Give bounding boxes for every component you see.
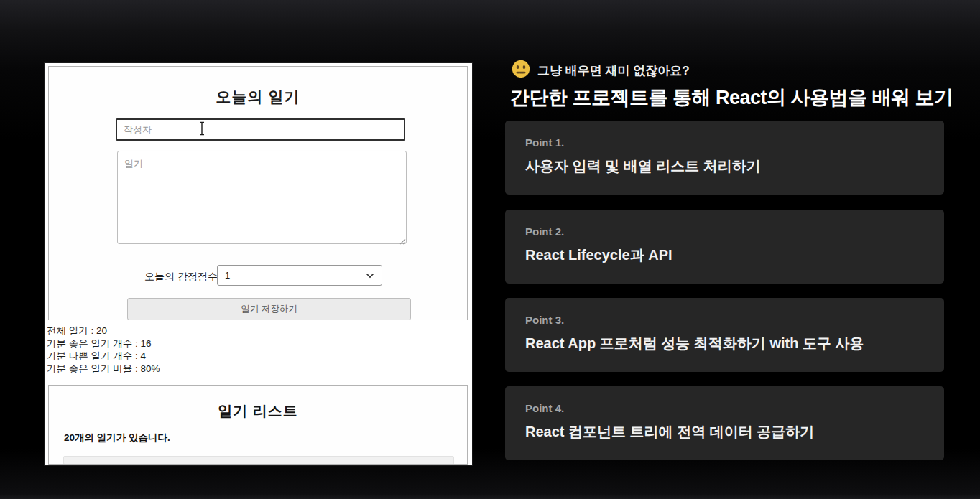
- diary-editor-section: 오늘의 일기 오늘의 감정점수 : 1 일기 저장하기: [48, 66, 468, 320]
- save-diary-button[interactable]: 일기 저장하기: [127, 298, 411, 320]
- emotion-score-label: 오늘의 감정점수 :: [144, 271, 223, 284]
- point-text: React Lifecycle과 API: [525, 246, 672, 265]
- stat-total: 전체 일기 : 20: [47, 325, 160, 337]
- point-label: Point 1.: [525, 136, 564, 149]
- stat-bad-count: 기분 나쁜 일기 개수 : 4: [47, 350, 160, 363]
- point-card-3: Point 3. React App 프로처럼 성능 최적화하기 with 도구…: [505, 298, 944, 372]
- emotion-select[interactable]: 1: [217, 265, 382, 286]
- point-card-2: Point 2. React Lifecycle과 API: [505, 210, 944, 284]
- point-label: Point 3.: [525, 314, 564, 326]
- diary-count-text: 20개의 일기가 있습니다.: [64, 432, 170, 444]
- point-text: 사용자 입력 및 배열 리스트 처리하기: [525, 157, 761, 176]
- stat-good-ratio: 기분 좋은 일기 비율 : 80%: [47, 363, 160, 376]
- author-input[interactable]: [116, 118, 405, 141]
- point-text: React 컴포넌트 트리에 전역 데이터 공급하기: [525, 422, 814, 442]
- diary-list-item-partial: [63, 456, 454, 465]
- emotion-select-value: 1: [225, 270, 230, 281]
- slide-heading: 간단한 프로젝트를 통해 React의 사용법을 배워 보기: [510, 85, 970, 111]
- diary-textarea[interactable]: [117, 151, 407, 244]
- stat-good-count: 기분 좋은 일기 개수 : 16: [47, 337, 160, 350]
- diary-app-panel: 오늘의 일기 오늘의 감정점수 : 1 일기 저장하기 전체 일기 : 20: [45, 63, 472, 465]
- slide-intro-text: 그냥 배우면 재미 없잖아요?: [537, 62, 690, 79]
- diary-count-number: 20: [64, 432, 75, 443]
- neutral-face-emoji-icon: [512, 60, 530, 81]
- point-card-1: Point 1. 사용자 입력 및 배열 리스트 처리하기: [505, 121, 944, 195]
- diary-editor-title: 오늘의 일기: [49, 87, 467, 107]
- point-label: Point 2.: [525, 225, 564, 238]
- diary-list-section: 일기 리스트 20개의 일기가 있습니다.: [48, 385, 468, 465]
- point-text: React App 프로처럼 성능 최적화하기 with 도구 사용: [525, 334, 864, 353]
- point-card-4: Point 4. React 컴포넌트 트리에 전역 데이터 공급하기: [505, 386, 944, 460]
- slide-intro-row: 그냥 배우면 재미 없잖아요?: [512, 60, 690, 81]
- diary-list-title: 일기 리스트: [49, 401, 467, 421]
- chevron-down-icon: [366, 273, 374, 279]
- diary-count-suffix: 개의 일기가 있습니다.: [75, 432, 170, 443]
- diary-stats: 전체 일기 : 20 기분 좋은 일기 개수 : 16 기분 나쁜 일기 개수 …: [47, 325, 160, 375]
- point-label: Point 4.: [525, 402, 564, 414]
